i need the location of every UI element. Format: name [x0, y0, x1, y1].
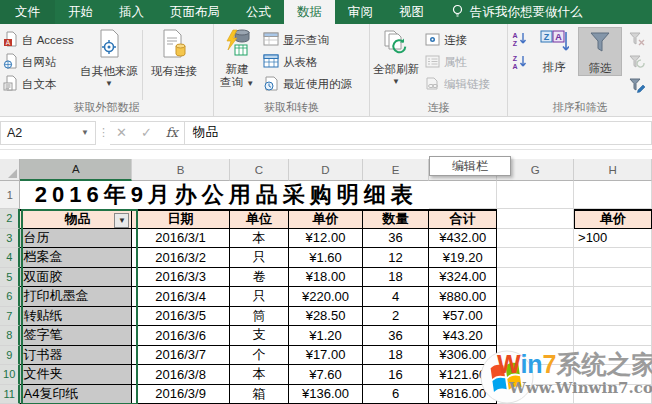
criteria-header-cell[interactable]: 单价 — [574, 209, 652, 229]
cell[interactable] — [429, 181, 497, 209]
cell-qty[interactable]: 4 — [363, 287, 429, 307]
cell-price[interactable]: ¥12.00 — [289, 229, 363, 249]
edit-links-button[interactable]: 编辑链接 — [422, 73, 493, 95]
cell[interactable] — [574, 365, 652, 385]
tab-review[interactable]: 审阅 — [335, 0, 386, 24]
cell-price[interactable]: ¥1.60 — [289, 248, 363, 268]
cell[interactable] — [574, 385, 652, 404]
header-cell-date[interactable]: 日期 — [132, 209, 229, 229]
cell[interactable] — [574, 326, 652, 346]
sort-descending-button[interactable]: ZA — [508, 52, 532, 72]
cell-date[interactable]: 2016/3/5 — [132, 307, 229, 327]
enter-icon[interactable]: ✓ — [141, 125, 152, 140]
cell[interactable] — [497, 307, 574, 327]
cell-unit[interactable]: 筒 — [230, 307, 289, 327]
properties-button[interactable]: 属性 — [422, 51, 493, 73]
cell-price[interactable]: ¥17.00 — [289, 346, 363, 366]
tab-home[interactable]: 开始 — [55, 0, 106, 24]
refresh-all-button[interactable]: 全部刷新 ▼ — [370, 27, 422, 86]
cell-date[interactable]: 2016/3/8 — [132, 365, 229, 385]
cell-item[interactable]: 双面胶 — [20, 268, 132, 288]
filter-dropdown-icon[interactable]: ▼ — [114, 213, 129, 228]
cell-total[interactable]: ¥57.00 — [429, 307, 497, 327]
cell[interactable] — [497, 209, 574, 229]
cell-item[interactable]: 台历 — [20, 229, 132, 249]
clear-filter-button[interactable] — [625, 29, 649, 49]
column-header-h[interactable]: H — [574, 159, 652, 181]
cell-item[interactable]: 打印机墨盒 — [20, 287, 132, 307]
cell-unit[interactable]: 个 — [230, 346, 289, 366]
column-header-e[interactable]: E — [363, 159, 429, 181]
cell-date[interactable]: 2016/3/1 — [132, 229, 229, 249]
tab-page-layout[interactable]: 页面布局 — [157, 0, 233, 24]
sheet-title-cell[interactable]: 2016年9月办公用品采购明细表 — [20, 181, 429, 209]
tab-formulas[interactable]: 公式 — [233, 0, 284, 24]
cell[interactable] — [574, 181, 652, 209]
advanced-filter-button[interactable] — [625, 75, 649, 95]
row-header-11[interactable]: 11 — [0, 385, 20, 404]
header-cell-unit[interactable]: 单位 — [230, 209, 289, 229]
cell-item[interactable]: 签字笔 — [20, 326, 132, 346]
cell-item[interactable]: 档案盒 — [20, 248, 132, 268]
cell[interactable] — [497, 229, 574, 249]
column-header-c[interactable]: C — [230, 159, 289, 181]
tab-file[interactable]: 文件 — [0, 0, 55, 24]
cell[interactable] — [574, 346, 652, 366]
show-queries-button[interactable]: 显示查询 — [260, 29, 355, 51]
cell-total[interactable]: ¥432.00 — [429, 229, 497, 249]
cell-price[interactable]: ¥220.00 — [289, 287, 363, 307]
cell-qty[interactable]: 16 — [363, 365, 429, 385]
cell-price[interactable]: ¥28.50 — [289, 307, 363, 327]
cell-date[interactable]: 2016/3/4 — [132, 287, 229, 307]
cell-item[interactable]: 转贴纸 — [20, 307, 132, 327]
cell-unit[interactable]: 箱 — [230, 385, 289, 404]
cell-date[interactable]: 2016/3/3 — [132, 268, 229, 288]
cell-price[interactable]: ¥1.20 — [289, 326, 363, 346]
header-cell-price[interactable]: 单价 — [289, 209, 363, 229]
reapply-filter-button[interactable] — [625, 52, 649, 72]
from-access-button[interactable]: A 自 Access — [0, 29, 78, 51]
cell-item[interactable]: 文件夹 — [20, 365, 132, 385]
cell-qty[interactable]: 12 — [363, 248, 429, 268]
cell[interactable] — [497, 181, 574, 209]
filter-button[interactable]: 筛选 — [578, 27, 622, 76]
cell-unit[interactable]: 卷 — [230, 268, 289, 288]
from-table-button[interactable]: 从表格 — [260, 51, 355, 73]
cell-unit[interactable]: 支 — [230, 326, 289, 346]
row-header-4[interactable]: 4 — [0, 248, 20, 268]
select-all-corner[interactable] — [0, 159, 20, 181]
tab-view[interactable]: 视图 — [386, 0, 437, 24]
cell-date[interactable]: 2016/3/7 — [132, 346, 229, 366]
cell-qty[interactable]: 18 — [363, 346, 429, 366]
cell-qty[interactable]: 36 — [363, 229, 429, 249]
cell-total[interactable]: ¥880.00 — [429, 287, 497, 307]
cell-qty[interactable]: 6 — [363, 385, 429, 404]
cell-total[interactable]: ¥43.20 — [429, 326, 497, 346]
new-query-button[interactable]: 新建 查询 ▼ — [214, 27, 260, 89]
cell[interactable] — [497, 287, 574, 307]
row-header-3[interactable]: 3 — [0, 229, 20, 249]
cell-unit[interactable]: 本 — [230, 229, 289, 249]
row-header-10[interactable]: 10 — [0, 365, 20, 385]
cell[interactable] — [574, 287, 652, 307]
cell[interactable] — [574, 268, 652, 288]
cell-total[interactable]: ¥306.00 — [429, 346, 497, 366]
row-header-5[interactable]: 5 — [0, 268, 20, 288]
existing-connections-button[interactable]: 现有连接 — [145, 27, 203, 78]
from-web-button[interactable]: 自网站 — [0, 51, 78, 73]
tab-insert[interactable]: 插入 — [106, 0, 157, 24]
row-header-8[interactable]: 8 — [0, 326, 20, 346]
cell[interactable] — [574, 248, 652, 268]
cell-price[interactable]: ¥136.00 — [289, 385, 363, 404]
cell-unit[interactable]: 只 — [230, 248, 289, 268]
cell-item[interactable]: 订书器 — [20, 346, 132, 366]
cell[interactable] — [497, 268, 574, 288]
header-cell-item[interactable]: 物品 ▼ — [20, 209, 132, 229]
cell-date[interactable]: 2016/3/9 — [132, 385, 229, 404]
cell[interactable] — [497, 326, 574, 346]
column-header-a[interactable]: A — [20, 159, 132, 181]
from-text-button[interactable]: 自文本 — [0, 73, 78, 95]
tab-data[interactable]: 数据 — [284, 0, 335, 24]
cell-total[interactable]: ¥324.00 — [429, 268, 497, 288]
cell-item[interactable]: A4复印纸 — [20, 385, 132, 404]
